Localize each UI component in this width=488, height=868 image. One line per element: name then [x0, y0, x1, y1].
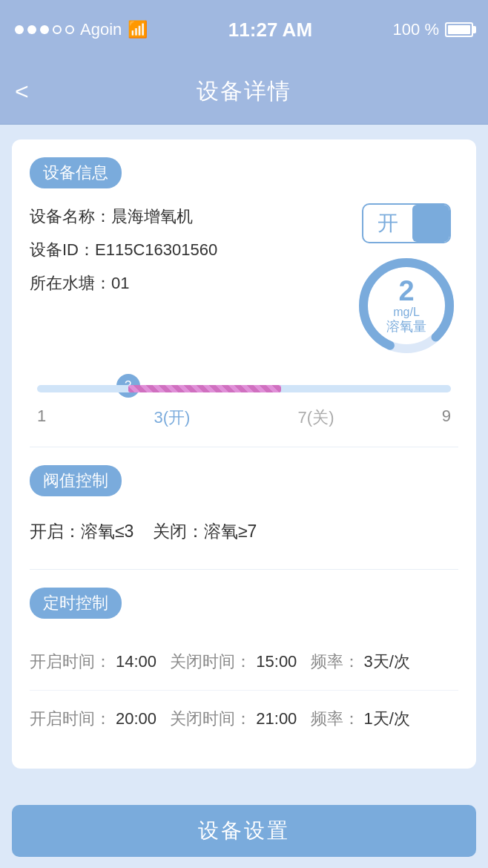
timer-row2-freq-label: 频率： [311, 704, 360, 734]
device-info-right: 开 2 mg/L 溶氧量 [355, 203, 458, 358]
timer-row2-open-label: 开启时间： [30, 704, 111, 734]
gauge-label: 溶氧量 [386, 319, 426, 335]
slider-labels: 1 3(开) 7(关) 9 [37, 407, 451, 429]
dot4 [53, 25, 62, 34]
threshold-content: 开启：溶氧≤3 关闭：溶氧≥7 [30, 511, 458, 551]
toggle-off-block [412, 205, 449, 242]
slider-fill [128, 385, 281, 392]
divider-1 [30, 447, 458, 447]
dot5 [65, 25, 74, 34]
slider-track-container: 3 [37, 375, 451, 402]
device-id-label: 设备ID： [30, 240, 95, 259]
timer-row1-open-label: 开启时间： [30, 647, 111, 677]
status-left: Agoin 📶 [15, 20, 148, 39]
slider-open-label: 3(开) [154, 407, 190, 429]
timer-row2-open-value: 20:00 [116, 704, 156, 734]
nav-bar: < 设备详情 [0, 59, 488, 125]
threshold-tag: 阀值控制 [30, 465, 122, 496]
threshold-open-condition: 溶氧≤3 [81, 522, 133, 541]
battery-fill [448, 25, 470, 34]
device-info-left: 设备名称：晨海增氧机 设备ID：E115C16301560 所在水塘：01 [30, 203, 355, 304]
battery-icon [445, 22, 473, 37]
timer-row2-freq-value: 1天/次 [364, 704, 410, 734]
status-bar: Agoin 📶 11:27 AM 100 % [0, 0, 488, 59]
device-pond-value: 01 [111, 274, 129, 292]
toggle-on-label: 开 [363, 205, 412, 242]
dot1 [15, 25, 24, 34]
threshold-close-condition: 溶氧≥7 [204, 522, 257, 541]
device-name-line: 设备名称：晨海增氧机 [30, 203, 355, 229]
dot3 [40, 25, 49, 34]
divider-2 [30, 569, 458, 570]
timer-row-1: 开启时间：14:00 关闭时间：15:00 频率：3天/次 [30, 634, 458, 691]
status-time: 11:27 AM [228, 19, 312, 42]
slider-track[interactable] [37, 385, 451, 392]
gauge-unit: mg/L [386, 305, 426, 319]
timer-row1-freq-value: 3天/次 [364, 647, 410, 677]
settings-button[interactable]: 设备设置 [12, 805, 476, 857]
carrier-label: Agoin [80, 20, 122, 39]
threshold-open-label: 开启： [30, 522, 81, 541]
toggle-switch[interactable]: 开 [362, 203, 451, 243]
device-name-value: 晨海增氧机 [111, 207, 193, 226]
status-right: 100 % [393, 20, 473, 39]
gauge-text: 2 mg/L 溶氧量 [386, 277, 426, 335]
main-card: 设备信息 设备名称：晨海增氧机 设备ID：E115C16301560 所在水塘：… [12, 139, 476, 769]
device-pond-line: 所在水塘：01 [30, 270, 355, 296]
timer-row1-close-value: 15:00 [256, 647, 297, 677]
bottom-btn-area: 设备设置 [0, 794, 488, 868]
gauge-value: 2 [386, 277, 426, 305]
gauge-container: 2 mg/L 溶氧量 [355, 254, 458, 358]
timer-section: 定时控制 开启时间：14:00 关闭时间：15:00 频率：3天/次 开启时间：… [30, 588, 458, 746]
content-area: 设备信息 设备名称：晨海增氧机 设备ID：E115C16301560 所在水塘：… [0, 125, 488, 794]
slider-min: 1 [37, 407, 46, 429]
slider-max: 9 [442, 407, 451, 429]
device-info-section: 设备信息 设备名称：晨海增氧机 设备ID：E115C16301560 所在水塘：… [30, 157, 458, 358]
signal-dots [15, 25, 74, 34]
slider-close-label: 7(关) [298, 407, 334, 429]
timer-row-2: 开启时间：20:00 关闭时间：21:00 频率：1天/次 [30, 691, 458, 747]
timer-row1-close-label: 关闭时间： [170, 647, 251, 677]
device-id-value: E115C16301560 [95, 240, 217, 259]
threshold-close-label: 关闭： [153, 522, 204, 541]
device-info-row: 设备名称：晨海增氧机 设备ID：E115C16301560 所在水塘：01 开 [30, 203, 458, 358]
timer-rows: 开启时间：14:00 关闭时间：15:00 频率：3天/次 开启时间：20:00… [30, 634, 458, 746]
dot2 [27, 25, 36, 34]
device-name-label: 设备名称： [30, 207, 111, 226]
wifi-icon: 📶 [128, 20, 148, 39]
device-pond-label: 所在水塘： [30, 274, 111, 292]
back-button[interactable]: < [15, 78, 29, 105]
slider-area: 3 1 3(开) 7(关) 9 [30, 375, 458, 429]
timer-row1-open-value: 14:00 [116, 647, 156, 677]
timer-row1-freq-label: 频率： [311, 647, 360, 677]
battery-text: 100 % [393, 20, 439, 39]
page-title: 设备详情 [197, 76, 291, 107]
timer-row2-close-value: 21:00 [256, 704, 297, 734]
timer-row2-close-label: 关闭时间： [170, 704, 251, 734]
timer-tag: 定时控制 [30, 588, 122, 619]
device-id-line: 设备ID：E115C16301560 [30, 237, 355, 263]
device-info-tag: 设备信息 [30, 157, 122, 188]
threshold-section: 阀值控制 开启：溶氧≤3 关闭：溶氧≥7 [30, 465, 458, 551]
